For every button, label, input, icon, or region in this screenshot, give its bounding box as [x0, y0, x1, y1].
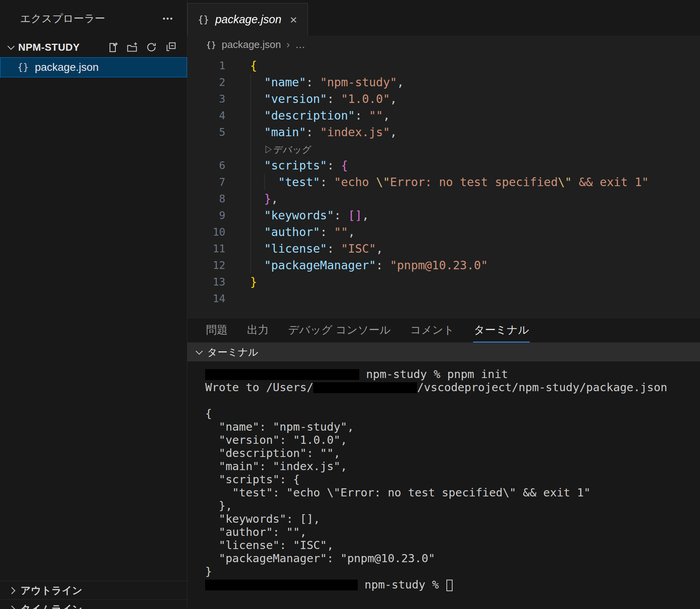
file-item-package-json[interactable]: {}package.json [0, 57, 187, 77]
line-number: 10 [187, 224, 250, 240]
terminal-text: Wrote to /Users/ [205, 381, 313, 394]
code-token [250, 92, 264, 106]
code-token: "1.0.0" [341, 92, 390, 106]
code-token: "pnpm@10.23.0" [390, 258, 488, 272]
codelens-line: ▷デバッグ [187, 140, 700, 157]
refresh-button[interactable] [145, 41, 158, 53]
terminal-line: "scripts": { [205, 473, 700, 486]
code-token: "main" [264, 125, 306, 139]
code-token: "echo [334, 175, 376, 189]
code-text: "license": "ISC", [250, 240, 383, 257]
bottom-panel: 問題出力デバッグ コンソールコメントターミナル ターミナル npm-study … [187, 318, 700, 609]
code-token: { [341, 159, 348, 172]
terminal-text: /vscodeproject/npm-study/package.json [417, 381, 667, 394]
code-token: "name" [264, 75, 306, 89]
panel-tabs: 問題出力デバッグ コンソールコメントターミナル [187, 318, 700, 343]
new-file-icon [107, 42, 118, 53]
line-number: 2 [187, 74, 250, 91]
terminal-line: "author": "", [205, 525, 700, 539]
terminal-line: "version": "1.0.0", [205, 433, 700, 446]
code-token [250, 125, 264, 139]
line-number: 1 [187, 57, 250, 74]
code-token: "index.js" [320, 125, 390, 139]
code-token: Error: no test specified [390, 175, 558, 189]
json-file-icon: {} [206, 40, 216, 50]
refresh-icon [146, 42, 157, 53]
terminal-text: "name": "npm-study", [205, 420, 354, 433]
code-text: "version": "1.0.0", [250, 91, 397, 107]
code-text: ▷デバッグ [250, 140, 311, 157]
more-actions-button[interactable] [160, 11, 175, 26]
code-line: 1{ [187, 57, 700, 74]
indent-guide [250, 74, 251, 274]
code-line: 12 "packageManager": "pnpm@10.23.0" [187, 257, 700, 274]
code-token: , [271, 192, 278, 205]
line-number: 14 [187, 290, 250, 307]
panel-tab[interactable]: デバッグ コンソール [287, 318, 391, 342]
code-token: } [264, 192, 271, 205]
terminal-line: "keywords": [], [205, 512, 700, 525]
codelens-debug[interactable]: ▷デバッグ [264, 144, 311, 155]
code-token: : [334, 209, 348, 222]
code-token: "description" [264, 109, 355, 122]
terminal-line: "main": "index.js", [205, 460, 700, 473]
code-token: "" [334, 225, 348, 239]
tab-package-json[interactable]: {} package.json × [187, 3, 308, 36]
terminal[interactable]: npm-study % pnpm initWrote to /Users//vs… [187, 361, 700, 609]
terminal-line: "license": "ISC", [205, 539, 700, 552]
code-text: } [250, 274, 257, 290]
editor-region: {} package.json × {} package.json › … 1{… [187, 0, 700, 609]
code-token: \" [558, 175, 572, 189]
code-token: "scripts" [264, 159, 327, 172]
code-token [250, 242, 264, 255]
code-token: && exit 1" [572, 175, 649, 189]
terminal-text: "keywords": [], [205, 512, 320, 525]
code-token: , [390, 92, 397, 106]
panel-tab[interactable]: ターミナル [473, 318, 530, 342]
code-text: { [250, 57, 257, 74]
breadcrumb-more[interactable]: … [295, 39, 305, 51]
terminal-section-title: ターミナル [207, 346, 258, 359]
code-line: 13} [187, 274, 700, 290]
code-token: : [327, 92, 341, 106]
new-file-button[interactable] [106, 41, 119, 53]
panel-tab[interactable]: 出力 [246, 318, 269, 342]
code-editor[interactable]: 1{2 "name": "npm-study",3 "version": "1.… [187, 53, 700, 318]
code-line: 11 "license": "ISC", [187, 240, 700, 257]
code-token: "npm-study" [320, 75, 397, 89]
editor-tab-bar: {} package.json × [187, 0, 700, 36]
terminal-section-header[interactable]: ターミナル [187, 343, 700, 361]
terminal-line: } [205, 565, 700, 578]
code-token [250, 225, 264, 239]
explorer-header: エクスプローラー [0, 0, 187, 37]
collapse-all-button[interactable] [165, 41, 177, 53]
json-file-icon: {} [198, 14, 209, 25]
timeline-section[interactable]: タイムライン [0, 599, 187, 609]
terminal-text: "description": "", [205, 446, 340, 460]
code-line: 4 "description": "", [187, 107, 700, 124]
panel-tab[interactable]: コメント [409, 318, 455, 342]
folder-section-header[interactable]: NPM-STUDY [0, 37, 187, 57]
code-token [250, 109, 264, 122]
code-text: "keywords": [], [250, 207, 369, 224]
close-tab-icon[interactable]: × [290, 14, 297, 26]
terminal-line: Wrote to /Users//vscodeproject/npm-study… [205, 381, 700, 394]
line-number: 13 [187, 274, 250, 290]
code-token: : [355, 109, 369, 122]
terminal-text: npm-study % pnpm init [359, 368, 508, 381]
terminal-line: { [205, 407, 700, 420]
breadcrumb-file[interactable]: package.json [222, 39, 281, 51]
explorer-actions [106, 41, 177, 53]
chevron-right-icon [8, 587, 15, 594]
terminal-line: "name": "npm-study", [205, 420, 700, 433]
outline-section[interactable]: アウトライン [0, 581, 187, 600]
code-text: "scripts": { [250, 157, 348, 174]
code-token: "version" [264, 92, 327, 106]
code-token: "test" [278, 175, 320, 189]
code-token: { [250, 59, 257, 72]
line-number: 5 [187, 124, 250, 140]
terminal-text: { [205, 407, 212, 420]
new-folder-button[interactable] [126, 41, 138, 53]
breadcrumb: {} package.json › … [187, 36, 700, 53]
panel-tab[interactable]: 問題 [205, 318, 228, 342]
